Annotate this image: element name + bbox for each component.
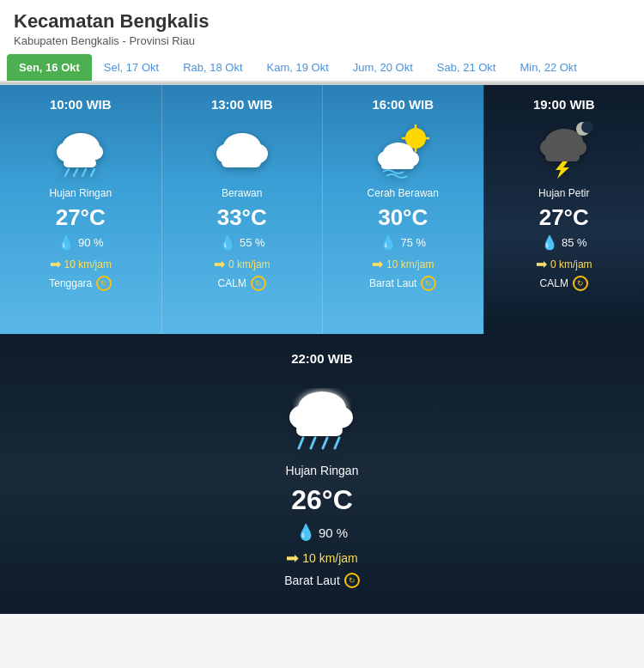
svg-point-27 <box>581 121 593 133</box>
svg-line-6 <box>82 169 86 176</box>
wind-3: ➡ 0 km/jam <box>536 256 592 272</box>
tab-5[interactable]: Sab, 21 Okt <box>425 54 508 81</box>
humidity-bottom: 💧 90 % <box>296 523 348 542</box>
header: Kecamatan Bengkalis Kabupaten Bengkalis … <box>0 0 644 54</box>
svg-rect-11 <box>222 157 261 167</box>
time-0: 10:00 WIB <box>50 97 112 112</box>
temp-1: 33°C <box>217 204 267 231</box>
direction-1: CALM ↻ <box>218 276 266 291</box>
svg-rect-31 <box>296 424 343 436</box>
humidity-0: 💧 90 % <box>58 234 104 251</box>
desc-3: Hujan Petir <box>538 187 589 199</box>
weather-card-0: 10:00 WIB Hujan Ringan 27°C 💧 90 % ➡ 1 <box>0 85 161 334</box>
tab-0[interactable]: Sen, 16 Okt <box>7 54 92 81</box>
svg-line-5 <box>74 169 77 176</box>
weather-card-bottom: 22:00 WIB Hujan Ringan 26°C 💧 90 % <box>0 334 644 614</box>
svg-rect-24 <box>545 153 580 161</box>
svg-marker-25 <box>556 161 569 179</box>
weather-icon-0 <box>46 120 115 180</box>
weather-card-1: 13:00 WIB Berawan 33°C 💧 55 % ➡ 0 km/jam… <box>161 85 323 334</box>
tab-4[interactable]: Jum, 20 Okt <box>341 54 425 81</box>
direction-2: Barat Laut ↻ <box>369 276 436 291</box>
direction-3: CALM ↻ <box>540 276 588 291</box>
svg-point-2 <box>82 143 103 161</box>
weather-icon-3 <box>530 120 598 180</box>
svg-line-32 <box>299 438 303 448</box>
tabs-bar: Sen, 16 Okt Sel, 17 Okt Rab, 18 Okt Kam,… <box>0 54 644 82</box>
svg-line-33 <box>311 438 315 448</box>
svg-line-4 <box>65 169 69 176</box>
tab-3[interactable]: Kam, 19 Okt <box>255 54 341 81</box>
tab-1[interactable]: Sel, 17 Okt <box>92 54 171 81</box>
wind-2: ➡ 10 km/jam <box>372 256 434 272</box>
desc-2: Cerah Berawan <box>368 187 439 199</box>
humidity-3: 💧 85 % <box>541 234 587 251</box>
weather-icon-bottom <box>279 378 365 455</box>
desc-0: Hujan Ringan <box>49 187 112 199</box>
wind-bottom: ➡ 10 km/jam <box>286 549 358 568</box>
compass-icon-1: ↻ <box>251 276 266 291</box>
weather-card-3: 19:00 WIB Hujan Petir 27°C 💧 85 % ➡ 0 <box>483 85 645 334</box>
time-3: 19:00 WIB <box>533 97 595 112</box>
page-title: Kecamatan Bengkalis <box>14 10 630 33</box>
temp-2: 30°C <box>378 204 428 231</box>
wind-0: ➡ 10 km/jam <box>50 256 112 272</box>
weather-grid-top: 10:00 WIB Hujan Ringan 27°C 💧 90 % ➡ 1 <box>0 85 644 334</box>
compass-icon-bottom: ↻ <box>344 573 360 588</box>
weather-icon-2 <box>368 120 437 180</box>
svg-line-34 <box>323 438 327 448</box>
desc-1: Berawan <box>222 187 262 199</box>
compass-icon-0: ↻ <box>96 276 112 291</box>
humidity-2: 💧 75 % <box>380 234 426 251</box>
temp-bottom: 26°C <box>291 484 353 516</box>
svg-line-35 <box>335 438 339 448</box>
direction-bottom: Barat Laut ↻ <box>284 573 360 588</box>
svg-line-7 <box>91 169 94 176</box>
humidity-1: 💧 55 % <box>219 234 265 251</box>
weather-card-2: 16:00 WIB Cerah Berawan 30°C 💧 <box>322 85 483 334</box>
time-2: 16:00 WIB <box>372 97 434 112</box>
temp-0: 27°C <box>56 204 106 231</box>
wind-1: ➡ 0 km/jam <box>214 256 270 272</box>
time-1: 13:00 WIB <box>211 97 273 112</box>
svg-rect-20 <box>381 162 414 169</box>
temp-3: 27°C <box>539 204 589 231</box>
time-bottom: 22:00 WIB <box>291 351 353 366</box>
tab-6[interactable]: Min, 22 Okt <box>507 54 588 81</box>
direction-0: Tenggara ↻ <box>49 276 112 291</box>
tab-2[interactable]: Rab, 18 Okt <box>171 54 254 81</box>
compass-icon-2: ↻ <box>421 276 436 291</box>
weather-icon-1 <box>208 120 276 180</box>
page-subtitle: Kabupaten Bengkalis - Provinsi Riau <box>14 34 630 47</box>
svg-rect-3 <box>64 159 96 167</box>
compass-icon-3: ↻ <box>573 276 588 291</box>
desc-bottom: Hujan Ringan <box>286 464 359 477</box>
